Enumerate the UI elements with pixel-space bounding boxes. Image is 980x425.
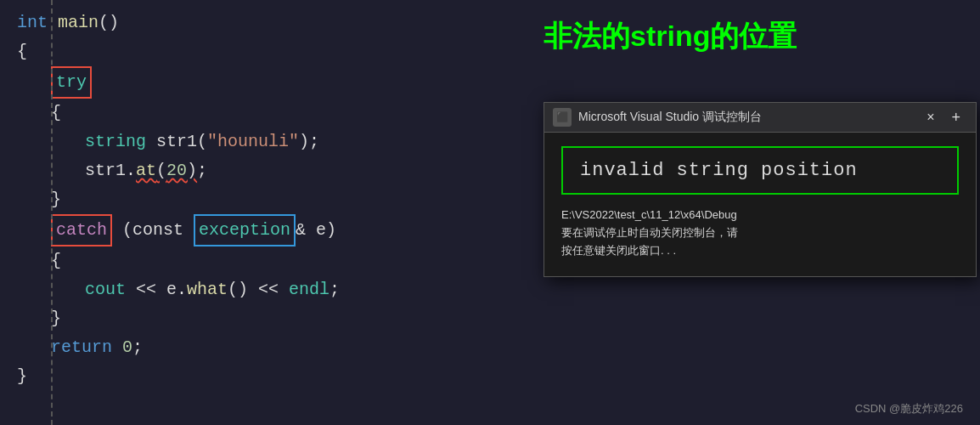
code-line-8: cout << e. what () << endl ; bbox=[17, 275, 518, 304]
terminal-icon: ⬛ bbox=[556, 111, 569, 123]
semi3: ; bbox=[329, 275, 340, 304]
what-func: what bbox=[187, 275, 228, 304]
keyword-try: try bbox=[51, 66, 92, 99]
right-pane: 非法的string的位置 ⬛ Microsoft Visual Studio 调… bbox=[518, 0, 980, 425]
cout-op: << bbox=[126, 275, 166, 304]
main-brace-close: } bbox=[17, 362, 27, 391]
code-line-3: { bbox=[17, 99, 518, 128]
error-message-text: invalid string position bbox=[580, 160, 858, 181]
code-pane: int main () { try { string str1( "hounul… bbox=[0, 0, 518, 425]
code-line-4: string str1( "hounuli" ); bbox=[17, 128, 518, 156]
brace-open: { bbox=[17, 37, 27, 66]
annotation-text: 非法的string的位置 bbox=[544, 17, 972, 56]
return-val: 0 bbox=[122, 333, 132, 362]
code-line-6: } bbox=[17, 185, 518, 214]
code-line-9: } bbox=[17, 304, 518, 333]
keyword-int: int bbox=[17, 8, 48, 37]
code-line-2: { bbox=[17, 37, 518, 66]
at-parens: ( bbox=[156, 156, 166, 185]
dot1: . bbox=[126, 156, 136, 185]
space bbox=[48, 8, 58, 37]
code-line-11: } bbox=[17, 362, 518, 391]
hint-line-1: 要在调试停止时自动关闭控制台，请 bbox=[561, 224, 959, 242]
code-line-5: str1 . at ( 20 ) ; bbox=[17, 156, 518, 185]
vs-dialog-titlebar: ⬛ Microsoft Visual Studio 调试控制台 × + bbox=[544, 103, 976, 133]
hint-line-2: 按任意键关闭此窗口. . . bbox=[561, 242, 959, 260]
str-ref: str1 bbox=[85, 156, 126, 185]
func-main: main bbox=[58, 8, 99, 37]
code-line-7: { bbox=[17, 246, 518, 275]
vs-icon: ⬛ bbox=[553, 108, 572, 127]
sp1: str1( bbox=[146, 128, 207, 156]
code-line-try: try bbox=[17, 66, 518, 99]
semi1: ); bbox=[299, 128, 319, 156]
keyword-return: return bbox=[51, 333, 112, 362]
type-string: string bbox=[85, 128, 146, 156]
what-parens: () bbox=[228, 275, 248, 304]
error-message-box: invalid string position bbox=[561, 146, 959, 195]
semi2: ; bbox=[197, 156, 207, 185]
at-arg: 20 bbox=[166, 156, 187, 185]
vertical-line bbox=[51, 0, 53, 425]
string-val: "hounuli" bbox=[207, 128, 299, 156]
cout-kw: cout bbox=[85, 275, 126, 304]
at-close: ) bbox=[187, 156, 197, 185]
catch-mid: (const bbox=[112, 216, 194, 245]
vs-dialog-info: E:\VS2022\test_c\11_12\x64\Debug 要在调试停止时… bbox=[561, 207, 959, 259]
dialog-close-button[interactable]: × bbox=[923, 110, 938, 125]
catch-end: & e) bbox=[296, 216, 336, 245]
csdn-watermark: CSDN @脆皮炸鸡226 bbox=[855, 401, 963, 416]
ewhat: e. bbox=[166, 275, 187, 304]
code-line-1: int main () bbox=[17, 8, 518, 37]
vs-dialog-body: invalid string position E:\VS2022\test_c… bbox=[544, 133, 976, 276]
dialog-title: Microsoft Visual Studio 调试控制台 bbox=[578, 110, 916, 125]
op2: << bbox=[248, 275, 289, 304]
keyword-catch: catch bbox=[51, 214, 112, 246]
semi4: ; bbox=[132, 333, 143, 362]
path-line: E:\VS2022\test_c\11_12\x64\Debug bbox=[561, 207, 959, 224]
parens: () bbox=[99, 8, 119, 37]
dialog-add-button[interactable]: + bbox=[944, 109, 967, 127]
code-line-10: return 0 ; bbox=[17, 333, 518, 362]
path-text: E:\VS2022\test_c\11_12\x64\Debug bbox=[561, 208, 737, 221]
keyword-exception: exception bbox=[194, 214, 296, 246]
sp-return bbox=[112, 333, 122, 362]
vs-dialog: ⬛ Microsoft Visual Studio 调试控制台 × + inva… bbox=[544, 102, 977, 277]
at-func: at bbox=[136, 156, 156, 185]
endl-kw: endl bbox=[289, 275, 329, 304]
code-line-catch: catch (const exception & e) bbox=[17, 214, 518, 246]
